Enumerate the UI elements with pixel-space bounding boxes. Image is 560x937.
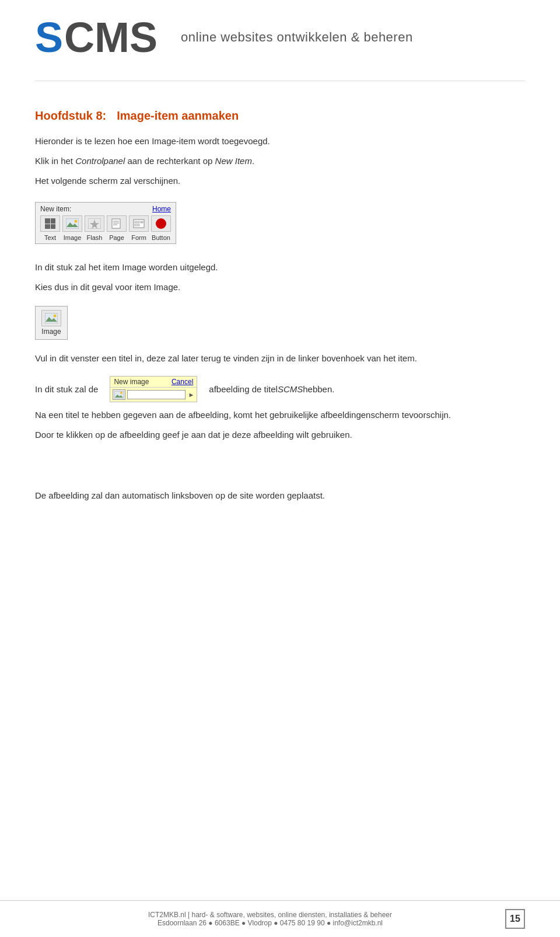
new-item-widget: New item: Home: [35, 202, 176, 244]
p2-newitem: New Item: [215, 156, 252, 166]
image-item-icon: [41, 310, 61, 326]
text-icon-box: [40, 215, 60, 232]
svg-rect-9: [134, 220, 144, 228]
new-item-labels: Text Image Flash Page Form Button: [40, 234, 171, 241]
footer-line2: Esdoornlaan 26 ● 6063BE ● Vlodrop ● 0475…: [35, 919, 505, 927]
p2-part2: aan de rechterkant op: [125, 156, 215, 166]
arrow-right-icon: ►: [188, 391, 194, 398]
paragraph-6: Vul in dit venster een titel in, deze za…: [35, 351, 525, 365]
footer-text: ICT2MKB.nl | hard- & software, websites,…: [35, 911, 505, 927]
p7-part2: afbeelding de titel: [209, 382, 278, 396]
new-image-top-bar: New image Cancel: [110, 377, 197, 388]
cancel-link[interactable]: Cancel: [172, 378, 193, 386]
new-image-bottom: ►: [110, 388, 197, 402]
paragraph-2: Klik in het Controlpanel aan de rechterk…: [35, 154, 525, 168]
paragraph-3: Het volgende scherm zal verschijnen.: [35, 174, 525, 188]
header-divider: [35, 81, 525, 81]
paragraph-9: Door te klikken op de afbeelding geef je…: [35, 428, 525, 442]
logo-cms: CMS: [64, 16, 158, 58]
type-label-flash: Flash: [85, 234, 104, 241]
chapter-label: Hoofdstuk 8:: [35, 109, 106, 123]
p2-part3: .: [252, 156, 254, 166]
image-icon: [66, 218, 79, 229]
title-input[interactable]: [127, 390, 186, 399]
chapter-heading: Hoofdstuk 8: Image-item aanmaken: [35, 109, 525, 123]
svg-point-15: [54, 315, 57, 318]
image-icon-box: [62, 215, 82, 232]
flash-icon-box: [85, 215, 104, 232]
page-icon: [110, 218, 123, 229]
paragraph-8: Na een titel te hebben gegeven aan de af…: [35, 408, 525, 422]
button-red-circle: [156, 218, 166, 229]
logo: S CMS: [35, 16, 158, 58]
image-item-widget: Image: [35, 306, 68, 340]
page-header: S CMS online websites ontwikkelen & behe…: [35, 0, 525, 69]
new-image-inner: New image Cancel ►: [110, 377, 197, 402]
type-label-form: Form: [129, 234, 149, 241]
logo-s: S: [35, 16, 63, 58]
new-image-widget: New image Cancel ►: [110, 376, 197, 402]
svg-rect-10: [135, 221, 139, 223]
spacer: [35, 448, 525, 483]
small-image-icon: [113, 389, 125, 400]
type-label-page: Page: [107, 234, 127, 241]
type-label-button: Button: [151, 234, 171, 241]
new-item-home-link: Home: [152, 205, 171, 213]
footer-line1: ICT2MKB.nl | hard- & software, websites,…: [35, 911, 505, 919]
footer-page-number: 15: [505, 909, 525, 929]
text-icon: [45, 218, 55, 229]
svg-point-18: [120, 392, 123, 394]
p7-scms: SCMS: [278, 382, 303, 396]
svg-rect-5: [112, 219, 120, 228]
image-item-label: Image: [41, 328, 61, 336]
p2-controlpanel: Controlpanel: [75, 156, 125, 166]
new-item-icons: [40, 215, 171, 232]
svg-rect-13: [45, 313, 58, 323]
paragraph-5: Kies dus in dit geval voor item Image.: [35, 280, 525, 294]
form-icon: [132, 218, 145, 229]
paragraph-10: De afbeelding zal dan automatisch linksb…: [35, 489, 525, 503]
p7-part3: hebben.: [303, 382, 334, 396]
paragraph-4: In dit stuk zal het item Image worden ui…: [35, 260, 525, 274]
new-image-title: New image: [114, 378, 149, 386]
type-label-image: Image: [62, 234, 82, 241]
paragraph-1: Hieronder is te lezen hoe een Image-item…: [35, 134, 525, 148]
p2-part1: Klik in het: [35, 156, 75, 166]
svg-rect-12: [141, 221, 143, 223]
p7-part1: In dit stuk zal de: [35, 382, 98, 396]
chapter-title: Image-item aanmaken: [117, 109, 239, 123]
svg-rect-0: [66, 218, 79, 229]
new-item-top: New item: Home: [40, 205, 171, 213]
form-icon-box: [129, 215, 149, 232]
button-icon-box: [151, 215, 171, 232]
logo-tagline: online websites ontwikkelen & beheren: [181, 30, 413, 45]
page-footer: ICT2MKB.nl | hard- & software, websites,…: [0, 900, 560, 937]
flash-icon: [88, 218, 101, 229]
new-item-label: New item:: [40, 205, 71, 213]
paragraph-7-line: In dit stuk zal de New image Cancel: [35, 376, 525, 402]
svg-rect-11: [135, 224, 139, 226]
page-icon-box: [107, 215, 127, 232]
type-label-text: Text: [40, 234, 60, 241]
svg-point-2: [75, 220, 78, 223]
